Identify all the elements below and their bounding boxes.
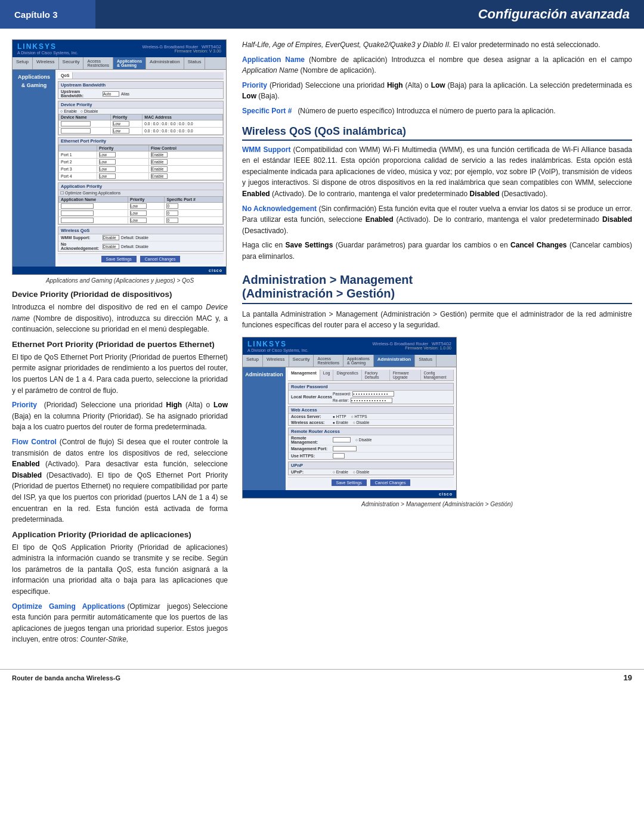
qos-term: QoS [117,565,131,574]
wmm-val: Disable Default: Disable [103,235,221,240]
eth-port-header: Ethernet Port Priority [58,138,223,145]
nav-status[interactable]: Status [184,57,206,69]
admin-intro-text: La pantalla Administration > Management … [242,309,632,331]
admin-cancel-btn[interactable]: Cancel Changes [370,479,411,486]
subtab-firmware[interactable]: Firmware Upgrade [390,370,421,380]
app-prio-3[interactable]: Low [130,218,147,223]
admin-router-info: Wireless-G Broadband Router WRT54G2 Firm… [372,342,451,350]
use-https-field[interactable] [333,453,345,459]
page-content: LINKSYS A Division of Cisco Systems, Inc… [0,29,644,659]
admin-title-line1: Administration > Management [242,273,413,286]
wireless-qos-heading: Wireless QoS (QoS inalámbrica) [242,125,632,141]
device-prio-2[interactable]: Low [113,128,129,134]
upstream-select[interactable]: Auto [103,91,119,97]
nav-security[interactable]: Security [59,57,84,69]
password-field[interactable]: •••••••••••••• [352,391,394,397]
admin-nav-access[interactable]: AccessRestrictions [314,355,343,367]
router-top-bar: LINKSYS A Division of Cisco Systems, Inc… [13,40,226,57]
noack-val: Disable Default: Disable [103,244,221,249]
wireless-qos-block: Wireless QoS WMM Support: Disable Defaul… [58,227,224,252]
col-mac: MAC Address [143,114,223,120]
admin-nav-security[interactable]: Security [289,355,314,367]
cancel-changes-btn[interactable]: Cancel Changes [140,256,181,262]
admin-sidebar: Administration [243,367,286,490]
device-priority-body: Introduzca el nombre del dispositivo de … [12,302,228,335]
device-priority-table: Device Name Priority MAC Address Low 0.0… [58,114,223,135]
port-3-flow[interactable]: Enable [151,166,168,172]
nav-setup[interactable]: Setup [13,57,33,69]
counterstrike-term: Counter-Strike, [80,635,128,643]
subtab-diagnostics[interactable]: Diagnostics [333,370,361,380]
device-mac-1: 0.0 : 0.0 : 0.0 : 0.0 : 0.0 : 0.0 [143,120,223,128]
nav-apps-gaming[interactable]: Applications& Gaming [113,57,146,69]
page-title: Configuración avanzada [95,0,644,29]
nav-access[interactable]: AccessRestrictions [83,57,113,69]
port-4-row: Port 4 Low Enable [59,173,223,180]
admin-save-btn[interactable]: Save Settings [332,479,367,486]
specific-port-term: Specific Port # [242,107,292,115]
upstream-alias: Alias [121,92,129,96]
device-name-term: Device name [12,303,228,323]
upnp-header: UPnP [289,462,453,469]
subtab-factory[interactable]: Factory Defaults [362,370,390,380]
remote-mgmt-field[interactable] [333,437,351,442]
admin-nav-setup[interactable]: Setup [243,355,263,367]
app-name-2[interactable] [61,210,94,216]
subtab-management[interactable]: Management [288,370,320,380]
nav-admin[interactable]: Administration [146,57,184,69]
app-name-1[interactable] [61,203,94,209]
noack-select[interactable]: Disable [103,244,119,249]
reenter-field[interactable]: •••••••••••••• [351,398,392,403]
app-port-1[interactable]: 0 [166,203,178,209]
app-name-term: Application Name [242,55,305,64]
noack-default: Default: Disable [121,244,148,249]
noack-term: No Acknowledgement [242,205,317,213]
cisco-logo: cisco [209,268,222,272]
admin-nav-wireless[interactable]: Wireless [263,355,289,367]
admin-nav-admin[interactable]: Administration [374,355,415,367]
admin-product-name: Wireless-G Broadband Router WRT54G2 [372,342,451,346]
port-2-prio[interactable]: Low [99,159,116,165]
port-2-flow[interactable]: Enable [151,159,168,165]
wireless-access-val: ● Enable ○ Disable [333,420,451,425]
upstream-label: Upstream Bandwidth: [61,89,103,98]
port-4-flow[interactable]: Enable [151,174,168,179]
password-row1: Password: •••••••••••••• [333,391,394,397]
subtab-log[interactable]: Log [320,370,334,380]
eth-port-body: El tipo de QoS Ethernet Port Priority (P… [12,352,228,396]
port-1-prio[interactable]: Low [99,152,116,157]
upnp-disable: ○ Disable [353,470,369,474]
remote-mgmt-row: Remote Management: ○ Disable [289,435,453,445]
admin-nav-apps[interactable]: Applications& Gaming [343,355,374,367]
subtab-qos[interactable]: QoS [58,72,73,79]
noack-para: No Acknowledgement (Sin confirmación) Es… [242,203,632,237]
upstream-row: Upstream Bandwidth: Auto Alias [58,89,223,98]
qos-subtabs: QoS [58,72,224,79]
password-fields: Password: •••••••••••••• Re-enter: •••••… [333,391,394,403]
upstream-header: Upstream Bandwidth [58,82,223,89]
app-prio-1[interactable]: Low [130,203,147,209]
port-1-row: Port 1 Low Enable [59,151,223,159]
wmm-select[interactable]: Disable [103,235,119,240]
port-1-flow[interactable]: Enable [151,152,168,157]
app-priority-heading: Application Priority (Prioridad de aplic… [12,530,228,539]
nav-wireless[interactable]: Wireless [33,57,59,69]
device-prio-1[interactable]: Low [113,121,129,126]
app-port-3[interactable]: 0 [166,218,178,223]
mgmt-port-field[interactable] [333,446,357,451]
cisco-footer: cisco [13,267,226,274]
app-port-2[interactable]: 0 [166,210,178,216]
app-name-3[interactable] [61,218,94,223]
eth-port-block: Ethernet Port Priority Priority Flow Con… [58,137,224,181]
app-priority-table: Application Name Priority Specific Port … [58,196,223,224]
port-4-prio[interactable]: Low [99,174,116,179]
save-settings-btn[interactable]: Save Settings [101,256,137,262]
subtab-config[interactable]: Config Management [421,370,454,380]
port-3-prio[interactable]: Low [99,166,116,172]
device-name-2[interactable] [61,128,91,134]
app-prio-2[interactable]: Low [130,210,147,216]
admin-nav-status[interactable]: Status [415,355,436,367]
disabled-bold2: Disabled [470,190,500,198]
upnp-enable: ○ Enable [333,470,348,474]
device-name-1[interactable] [61,121,91,126]
